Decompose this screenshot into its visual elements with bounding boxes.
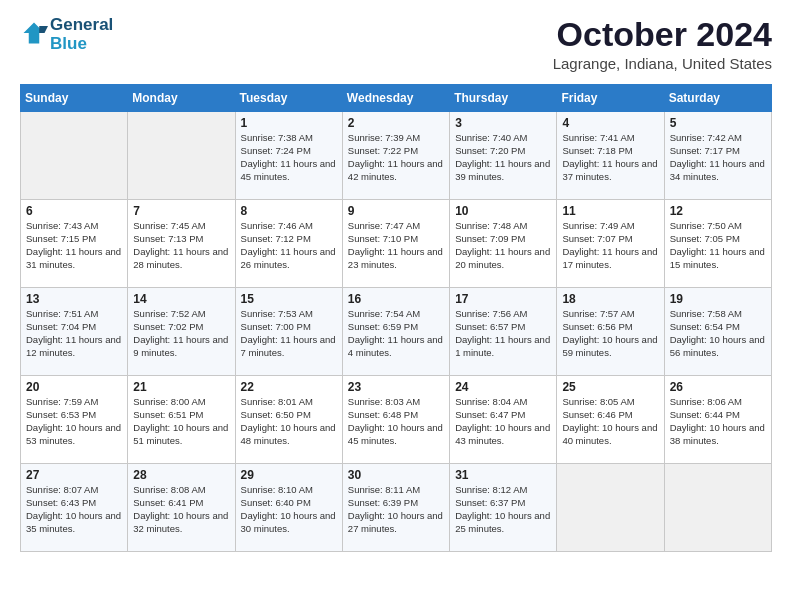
day-number: 30 [348,468,444,482]
day-number: 25 [562,380,658,394]
calendar-cell: 19Sunrise: 7:58 AM Sunset: 6:54 PM Dayli… [664,288,771,376]
calendar-cell: 24Sunrise: 8:04 AM Sunset: 6:47 PM Dayli… [450,376,557,464]
calendar-table: SundayMondayTuesdayWednesdayThursdayFrid… [20,84,772,552]
day-number: 29 [241,468,337,482]
day-number: 4 [562,116,658,130]
calendar-cell: 28Sunrise: 8:08 AM Sunset: 6:41 PM Dayli… [128,464,235,552]
calendar-cell: 15Sunrise: 7:53 AM Sunset: 7:00 PM Dayli… [235,288,342,376]
calendar-cell: 7Sunrise: 7:45 AM Sunset: 7:13 PM Daylig… [128,200,235,288]
cell-info: Sunrise: 8:03 AM Sunset: 6:48 PM Dayligh… [348,396,444,447]
calendar-cell: 22Sunrise: 8:01 AM Sunset: 6:50 PM Dayli… [235,376,342,464]
calendar-cell [21,112,128,200]
day-number: 9 [348,204,444,218]
calendar-cell: 3Sunrise: 7:40 AM Sunset: 7:20 PM Daylig… [450,112,557,200]
day-number: 23 [348,380,444,394]
day-number: 16 [348,292,444,306]
calendar-cell: 9Sunrise: 7:47 AM Sunset: 7:10 PM Daylig… [342,200,449,288]
calendar-cell: 23Sunrise: 8:03 AM Sunset: 6:48 PM Dayli… [342,376,449,464]
calendar-cell [128,112,235,200]
calendar-cell [664,464,771,552]
cell-info: Sunrise: 7:48 AM Sunset: 7:09 PM Dayligh… [455,220,551,271]
svg-marker-1 [39,26,48,33]
calendar-cell: 21Sunrise: 8:00 AM Sunset: 6:51 PM Dayli… [128,376,235,464]
day-number: 1 [241,116,337,130]
cell-info: Sunrise: 7:43 AM Sunset: 7:15 PM Dayligh… [26,220,122,271]
cell-info: Sunrise: 8:10 AM Sunset: 6:40 PM Dayligh… [241,484,337,535]
calendar-cell: 10Sunrise: 7:48 AM Sunset: 7:09 PM Dayli… [450,200,557,288]
cell-info: Sunrise: 8:08 AM Sunset: 6:41 PM Dayligh… [133,484,229,535]
day-number: 12 [670,204,766,218]
page: General Blue October 2024 Lagrange, Indi… [0,0,792,568]
day-number: 7 [133,204,229,218]
day-number: 24 [455,380,551,394]
day-number: 11 [562,204,658,218]
calendar-cell [557,464,664,552]
cell-info: Sunrise: 8:05 AM Sunset: 6:46 PM Dayligh… [562,396,658,447]
calendar-cell: 26Sunrise: 8:06 AM Sunset: 6:44 PM Dayli… [664,376,771,464]
calendar-cell: 20Sunrise: 7:59 AM Sunset: 6:53 PM Dayli… [21,376,128,464]
col-header-sunday: Sunday [21,85,128,112]
logo-text: General Blue [50,16,113,53]
cell-info: Sunrise: 8:04 AM Sunset: 6:47 PM Dayligh… [455,396,551,447]
day-number: 20 [26,380,122,394]
cell-info: Sunrise: 7:46 AM Sunset: 7:12 PM Dayligh… [241,220,337,271]
col-header-tuesday: Tuesday [235,85,342,112]
calendar-cell: 16Sunrise: 7:54 AM Sunset: 6:59 PM Dayli… [342,288,449,376]
calendar-week-row: 1Sunrise: 7:38 AM Sunset: 7:24 PM Daylig… [21,112,772,200]
cell-info: Sunrise: 8:01 AM Sunset: 6:50 PM Dayligh… [241,396,337,447]
title-block: October 2024 Lagrange, Indiana, United S… [553,16,772,72]
calendar-cell: 27Sunrise: 8:07 AM Sunset: 6:43 PM Dayli… [21,464,128,552]
cell-info: Sunrise: 7:51 AM Sunset: 7:04 PM Dayligh… [26,308,122,359]
cell-info: Sunrise: 7:50 AM Sunset: 7:05 PM Dayligh… [670,220,766,271]
calendar-cell: 8Sunrise: 7:46 AM Sunset: 7:12 PM Daylig… [235,200,342,288]
day-number: 5 [670,116,766,130]
cell-info: Sunrise: 7:41 AM Sunset: 7:18 PM Dayligh… [562,132,658,183]
day-number: 18 [562,292,658,306]
cell-info: Sunrise: 7:38 AM Sunset: 7:24 PM Dayligh… [241,132,337,183]
calendar-cell: 18Sunrise: 7:57 AM Sunset: 6:56 PM Dayli… [557,288,664,376]
calendar-week-row: 6Sunrise: 7:43 AM Sunset: 7:15 PM Daylig… [21,200,772,288]
day-number: 3 [455,116,551,130]
calendar-cell: 4Sunrise: 7:41 AM Sunset: 7:18 PM Daylig… [557,112,664,200]
cell-info: Sunrise: 7:57 AM Sunset: 6:56 PM Dayligh… [562,308,658,359]
cell-info: Sunrise: 8:11 AM Sunset: 6:39 PM Dayligh… [348,484,444,535]
cell-info: Sunrise: 8:06 AM Sunset: 6:44 PM Dayligh… [670,396,766,447]
day-number: 6 [26,204,122,218]
calendar-cell: 14Sunrise: 7:52 AM Sunset: 7:02 PM Dayli… [128,288,235,376]
day-number: 19 [670,292,766,306]
col-header-monday: Monday [128,85,235,112]
day-number: 22 [241,380,337,394]
calendar-cell: 6Sunrise: 7:43 AM Sunset: 7:15 PM Daylig… [21,200,128,288]
cell-info: Sunrise: 7:49 AM Sunset: 7:07 PM Dayligh… [562,220,658,271]
day-number: 27 [26,468,122,482]
cell-info: Sunrise: 7:59 AM Sunset: 6:53 PM Dayligh… [26,396,122,447]
cell-info: Sunrise: 7:53 AM Sunset: 7:00 PM Dayligh… [241,308,337,359]
cell-info: Sunrise: 8:00 AM Sunset: 6:51 PM Dayligh… [133,396,229,447]
col-header-thursday: Thursday [450,85,557,112]
cell-info: Sunrise: 8:12 AM Sunset: 6:37 PM Dayligh… [455,484,551,535]
calendar-cell: 12Sunrise: 7:50 AM Sunset: 7:05 PM Dayli… [664,200,771,288]
day-number: 15 [241,292,337,306]
day-number: 10 [455,204,551,218]
calendar-cell: 30Sunrise: 8:11 AM Sunset: 6:39 PM Dayli… [342,464,449,552]
calendar-cell: 31Sunrise: 8:12 AM Sunset: 6:37 PM Dayli… [450,464,557,552]
calendar-cell: 25Sunrise: 8:05 AM Sunset: 6:46 PM Dayli… [557,376,664,464]
location: Lagrange, Indiana, United States [553,55,772,72]
calendar-cell: 13Sunrise: 7:51 AM Sunset: 7:04 PM Dayli… [21,288,128,376]
cell-info: Sunrise: 7:39 AM Sunset: 7:22 PM Dayligh… [348,132,444,183]
day-number: 14 [133,292,229,306]
calendar-cell: 5Sunrise: 7:42 AM Sunset: 7:17 PM Daylig… [664,112,771,200]
logo: General Blue [20,16,113,53]
day-number: 28 [133,468,229,482]
calendar-week-row: 27Sunrise: 8:07 AM Sunset: 6:43 PM Dayli… [21,464,772,552]
cell-info: Sunrise: 7:54 AM Sunset: 6:59 PM Dayligh… [348,308,444,359]
month-title: October 2024 [553,16,772,53]
calendar-cell: 11Sunrise: 7:49 AM Sunset: 7:07 PM Dayli… [557,200,664,288]
cell-info: Sunrise: 7:52 AM Sunset: 7:02 PM Dayligh… [133,308,229,359]
cell-info: Sunrise: 7:58 AM Sunset: 6:54 PM Dayligh… [670,308,766,359]
day-number: 31 [455,468,551,482]
col-header-saturday: Saturday [664,85,771,112]
calendar-cell: 29Sunrise: 8:10 AM Sunset: 6:40 PM Dayli… [235,464,342,552]
col-header-wednesday: Wednesday [342,85,449,112]
calendar-week-row: 20Sunrise: 7:59 AM Sunset: 6:53 PM Dayli… [21,376,772,464]
